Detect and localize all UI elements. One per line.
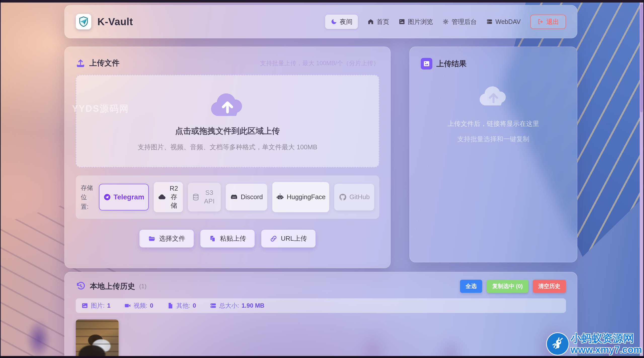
copy-selected-button[interactable]: 复制选中 (0) — [487, 280, 528, 293]
choose-file-label: 选择文件 — [159, 234, 185, 243]
storage-option-r2[interactable]: R2 存储 — [154, 182, 183, 212]
storage-icon — [210, 302, 217, 309]
paste-icon — [209, 235, 216, 242]
history-panel: 本地上传历史 (1) 全选 复制选中 (0) 清空历史 图片: 1 视频: — [64, 272, 577, 358]
history-buttons: 全选 复制选中 (0) 清空历史 — [460, 280, 566, 293]
server-icon — [486, 18, 493, 25]
scrollbar-thumb[interactable] — [640, 4, 643, 112]
choose-file-button[interactable]: 选择文件 — [139, 229, 194, 248]
nav-home[interactable]: 首页 — [367, 18, 389, 26]
stat-value: 0 — [150, 302, 153, 309]
storage-option-label: S3 API — [202, 189, 217, 206]
nav-admin-label: 管理后台 — [451, 18, 477, 26]
history-title: 本地上传历史 — [90, 281, 135, 292]
dropzone-sub-text: 支持图片、视频、音频、文档等多种格式，单文件最大 100MB — [138, 143, 317, 152]
stat-label: 视频: — [134, 302, 147, 310]
watermark-url: www.xmy7.com — [571, 344, 642, 355]
github-icon — [339, 193, 347, 201]
upload-panel: 上传文件 支持批量上传，最大 100MB/个（分片上传） 点击或拖拽文件到此区域… — [64, 47, 391, 268]
discord-icon — [230, 193, 238, 201]
nav-admin[interactable]: 管理后台 — [442, 18, 477, 26]
app-logo — [76, 14, 91, 29]
stat-value: 1 — [107, 302, 110, 309]
storage-option-huggingface[interactable]: HuggingFace — [272, 182, 329, 212]
nav-night-mode[interactable]: 夜间 — [325, 15, 358, 29]
telegram-icon — [103, 193, 111, 201]
url-upload-button[interactable]: URL上传 — [261, 229, 316, 248]
storage-label: 存储位置: — [81, 183, 94, 211]
storage-option-github[interactable]: GitHub — [334, 184, 374, 210]
storage-option-label: GitHub — [349, 193, 370, 201]
upload-title: 上传文件 — [89, 58, 120, 68]
upload-tray-icon — [76, 58, 85, 68]
nav-night-label: 夜间 — [340, 18, 352, 26]
upload-panel-header: 上传文件 支持批量上传，最大 100MB/个（分片上传） — [76, 58, 379, 68]
results-empty-line1: 上传文件后，链接将显示在这里 — [448, 119, 539, 128]
results-empty-line2: 支持批量选择和一键复制 — [458, 135, 529, 144]
logout-button[interactable]: 退出 — [530, 15, 566, 29]
nav-gallery-label: 图片浏览 — [408, 18, 433, 26]
history-count: (1) — [139, 283, 146, 290]
nav-gallery[interactable]: 图片浏览 — [399, 18, 433, 26]
page: K-Vault 夜间 首页 图片浏览 — [0, 0, 644, 358]
history-icon — [76, 281, 86, 291]
app-title: K-Vault — [97, 16, 133, 27]
results-title: 上传结果 — [436, 59, 467, 69]
storage-option-label: Telegram — [113, 193, 144, 202]
header-bar: K-Vault 夜间 首页 图片浏览 — [64, 5, 577, 38]
logout-icon — [537, 18, 544, 25]
upload-dropzone[interactable]: 点击或拖拽文件到此区域上传 支持图片、视频、音频、文档等多种格式，单文件最大 1… — [76, 75, 379, 167]
nav-home-label: 首页 — [376, 18, 389, 26]
database-icon — [192, 193, 200, 201]
dropzone-main-text: 点击或拖拽文件到此区域上传 — [175, 126, 280, 137]
nav-webdav[interactable]: WebDAV — [486, 18, 521, 25]
watermark-site-name: 小蚂蚁资源网 — [571, 332, 642, 344]
storage-option-label: HuggingFace — [287, 193, 326, 201]
results-panel-header: 上传结果 — [421, 58, 566, 69]
stat-others: 其他: 0 — [167, 302, 196, 310]
gear-icon — [442, 18, 449, 25]
cloud-upload-faint-icon — [478, 84, 509, 108]
history-header: 本地上传历史 (1) 全选 复制选中 (0) 清空历史 — [76, 280, 566, 293]
stat-images: 图片: 1 — [81, 302, 110, 310]
paste-upload-button[interactable]: 粘贴上传 — [200, 229, 255, 248]
ant-logo-icon — [547, 333, 569, 355]
cloud-icon — [158, 193, 166, 201]
storage-selector: 存储位置: Telegram R2 存储 — [76, 175, 379, 219]
stat-label: 图片: — [91, 302, 105, 310]
stat-value: 1.90 MB — [242, 302, 264, 309]
robot-icon — [276, 193, 284, 201]
stat-total-size: 总大小: 1.90 MB — [210, 302, 264, 310]
link-icon — [270, 235, 277, 242]
stat-value: 0 — [193, 302, 196, 309]
history-thumbnail[interactable] — [76, 319, 119, 358]
cloud-upload-icon — [209, 91, 246, 119]
stat-label: 其他: — [176, 302, 190, 310]
main-nav: 夜间 首页 图片浏览 — [325, 15, 566, 29]
image-icon — [399, 18, 405, 25]
results-badge — [421, 58, 432, 69]
stat-label: 总大小: — [219, 302, 239, 310]
clear-history-button[interactable]: 清空历史 — [533, 280, 566, 293]
frame-bottom — [0, 356, 644, 358]
url-upload-label: URL上传 — [281, 234, 307, 243]
frame-left — [0, 0, 1, 358]
storage-option-discord[interactable]: Discord — [226, 184, 268, 210]
nav-webdav-label: WebDAV — [495, 18, 521, 25]
paste-upload-label: 粘贴上传 — [220, 234, 246, 243]
stat-videos: 视频: 0 — [124, 302, 153, 310]
select-all-button[interactable]: 全选 — [460, 280, 482, 293]
upload-actions: 选择文件 粘贴上传 URL上传 — [76, 229, 379, 248]
storage-option-label: R2 存储 — [169, 184, 179, 210]
watermark-bottom-right: 小蚂蚁资源网 www.xmy7.com — [547, 332, 642, 355]
frame-top — [0, 0, 644, 3]
video-icon — [124, 302, 131, 309]
storage-option-telegram[interactable]: Telegram — [99, 184, 149, 210]
shield-plane-icon — [78, 16, 89, 27]
watermark-text: 小蚂蚁资源网 www.xmy7.com — [571, 332, 642, 355]
page-scrollbar[interactable] — [640, 3, 643, 356]
upload-hint: 支持批量上传，最大 100MB/个（分片上传） — [260, 59, 379, 67]
results-panel: 上传结果 上传文件后，链接将显示在这里 支持批量选择和一键复制 — [409, 47, 577, 262]
storage-option-s3[interactable]: S3 API — [188, 183, 221, 211]
history-stats-bar: 图片: 1 视频: 0 其他: 0 总大小: — [76, 298, 566, 313]
